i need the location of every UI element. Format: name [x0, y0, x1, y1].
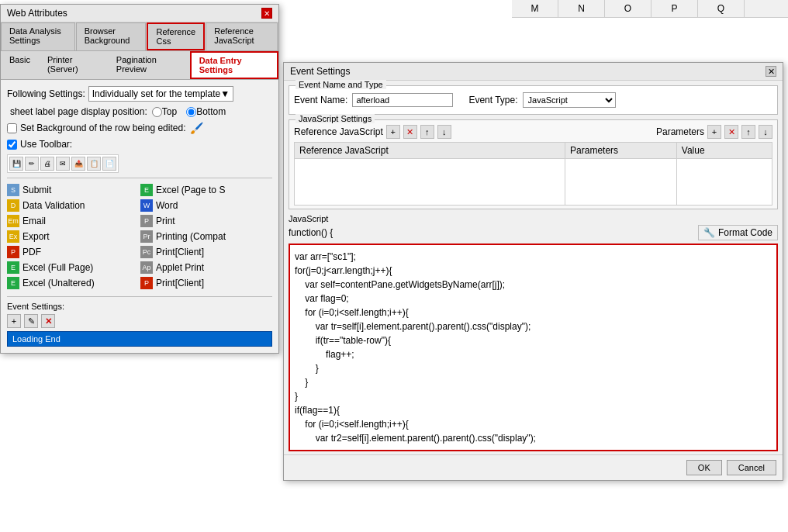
item-print-client-label: Print[Client] — [156, 247, 204, 257]
spreadsheet-col-headers: M N O P Q — [512, 0, 788, 18]
item-excel-full-label: Excel (Full Page) — [22, 262, 93, 273]
item-data-validation: D Data Validation — [7, 199, 139, 212]
event-dialog-close-button[interactable]: ✕ — [766, 66, 776, 77]
event-loading-end[interactable]: Loading End — [7, 331, 272, 347]
js-table-header-ref: Reference JavaScript — [295, 143, 565, 159]
event-add-button[interactable]: + — [7, 314, 21, 328]
tabs-row-1: Data Analysis Settings Browser Backgroun… — [1, 22, 278, 51]
params-delete-button[interactable]: ✕ — [724, 125, 738, 139]
code-line-9: } — [295, 361, 772, 375]
item-printing-compat-label: Printing (Compat — [156, 231, 226, 242]
cancel-button[interactable]: Cancel — [727, 460, 776, 475]
params-add-button[interactable]: + — [707, 125, 721, 139]
toolbar-save-icon[interactable]: 💾 — [9, 157, 23, 171]
js-add-button[interactable]: + — [386, 125, 400, 139]
radio-bottom[interactable]: Bottom — [186, 106, 226, 117]
set-background-checkbox[interactable] — [7, 123, 17, 133]
items-grid: S Submit E Excel (Page to S D Data Valid… — [7, 183, 272, 290]
item-email-label: Email — [22, 216, 46, 226]
print-icon: P — [140, 215, 153, 227]
event-name-type-section: Event Name and Type Event Name: Event Ty… — [289, 85, 778, 115]
item-print-label: Print — [156, 216, 175, 226]
tab-data-analysis[interactable]: Data Analysis Settings — [1, 22, 75, 50]
tab-data-entry-settings[interactable]: Data Entry Settings — [190, 51, 278, 79]
item-export: Ex Export — [7, 230, 139, 244]
event-type-select[interactable]: JavaScript — [523, 92, 616, 108]
col-p: P — [651, 0, 698, 17]
params-down-button[interactable]: ↓ — [759, 125, 772, 139]
js-table-row — [295, 159, 772, 206]
set-background-label: Set Background of the row being edited: — [20, 123, 185, 133]
excel-unaltered-icon: E — [7, 277, 19, 289]
tab-pagination-preview[interactable]: Pagination Preview — [108, 51, 190, 79]
item-print-client: Pc Print[Client] — [140, 245, 272, 259]
toolbar-email-icon[interactable]: ✉ — [56, 157, 70, 171]
email-icon: Em — [7, 215, 19, 227]
toolbar-icons-section: 💾 ✏ 🖨 ✉ 📤 📋 📄 — [7, 154, 272, 173]
code-editor[interactable]: var arr=["sc1"]; for(j=0;j<arr.length;j+… — [289, 244, 778, 451]
print-client-icon: Pc — [140, 246, 153, 258]
dialog-footer: OK Cancel — [284, 454, 783, 480]
item-excel-full: E Excel (Full Page) — [7, 261, 139, 275]
excel-page-icon: E — [140, 184, 153, 196]
item-data-validation-label: Data Validation — [22, 200, 85, 211]
item-excel-page: E Excel (Page to S — [140, 183, 272, 197]
format-code-button[interactable]: 🔧 Format Code — [698, 225, 778, 240]
pdf-icon: P — [7, 246, 19, 258]
event-name-row: Event Name: Event Type: JavaScript — [294, 89, 772, 111]
toolbar-edit-icon[interactable]: ✏ — [25, 157, 39, 171]
tab-printer-server[interactable]: Printer (Server) — [39, 51, 108, 79]
web-attr-close-button[interactable]: ✕ — [261, 8, 272, 19]
js-toolbar-left: Reference JavaScript + ✕ ↑ ↓ — [294, 125, 451, 139]
item-export-label: Export — [22, 231, 50, 242]
following-settings-value: Individually set for the template — [92, 88, 220, 99]
toolbar-icon7[interactable]: 📄 — [102, 157, 116, 171]
divider-1 — [7, 178, 272, 178]
toolbar-icons-container: 💾 ✏ 🖨 ✉ 📤 📋 📄 — [7, 154, 119, 173]
col-o: O — [605, 0, 651, 17]
js-up-button[interactable]: ↑ — [420, 125, 434, 139]
item-submit: S Submit — [7, 183, 139, 197]
event-edit-button[interactable]: ✎ — [24, 314, 38, 328]
following-settings-dropdown[interactable]: Individually set for the template ▼ — [88, 86, 233, 102]
code-line-2: for(j=0;j<arr.length;j++){ — [295, 264, 772, 278]
function-row: function() { 🔧 Format Code — [289, 225, 778, 240]
item-excel-page-label: Excel (Page to S — [156, 185, 225, 195]
tab-reference-js[interactable]: Reference JavaScript — [206, 22, 278, 50]
excel-full-icon: E — [7, 261, 19, 274]
event-name-input[interactable] — [352, 93, 453, 107]
radio-bottom-input[interactable] — [186, 107, 196, 117]
js-delete-button[interactable]: ✕ — [403, 125, 417, 139]
use-toolbar-checkbox[interactable] — [7, 140, 17, 150]
tab-browser-background[interactable]: Browser Background — [76, 22, 147, 50]
radio-top-input[interactable] — [152, 107, 162, 117]
code-line-12: if(flag==1){ — [295, 403, 772, 417]
event-name-type-legend: Event Name and Type — [296, 80, 386, 89]
data-validation-icon: D — [7, 199, 19, 212]
toolbar-icon6[interactable]: 📋 — [87, 157, 101, 171]
web-attr-title: Web Attributes — [7, 8, 67, 19]
toolbar-print-icon[interactable]: 🖨 — [40, 157, 54, 171]
printing-compat-icon: Pr — [140, 230, 153, 243]
ok-button[interactable]: OK — [686, 460, 722, 475]
tab-reference-css[interactable]: Reference Css — [147, 22, 205, 50]
toolbar-export-icon[interactable]: 📤 — [71, 157, 85, 171]
javascript-section: JavaScript function() { 🔧 Format Code — [289, 214, 778, 240]
use-toolbar-row: Use Toolbar: — [7, 139, 272, 150]
js-table-cell-value — [676, 159, 772, 206]
web-attributes-window: Web Attributes ✕ Data Analysis Settings … — [0, 4, 279, 354]
code-line-5: for (i=0;i<self.length;i++){ — [295, 306, 772, 320]
function-declaration: function() { — [289, 227, 333, 238]
code-line-7: if(tr=="table-row"){ — [295, 333, 772, 347]
event-delete-button[interactable]: ✕ — [41, 314, 55, 328]
format-code-label: Format Code — [718, 227, 772, 238]
event-type-label: Event Type: — [468, 95, 517, 105]
ref-js-label: Reference JavaScript — [294, 126, 383, 137]
item-submit-label: Submit — [22, 185, 51, 195]
tab-basic[interactable]: Basic — [1, 51, 39, 79]
radio-top[interactable]: Top — [152, 106, 177, 117]
params-label: Parameters — [656, 126, 704, 137]
params-up-button[interactable]: ↑ — [741, 125, 755, 139]
js-table-header-value: Value — [676, 143, 772, 159]
js-down-button[interactable]: ↓ — [437, 125, 451, 139]
